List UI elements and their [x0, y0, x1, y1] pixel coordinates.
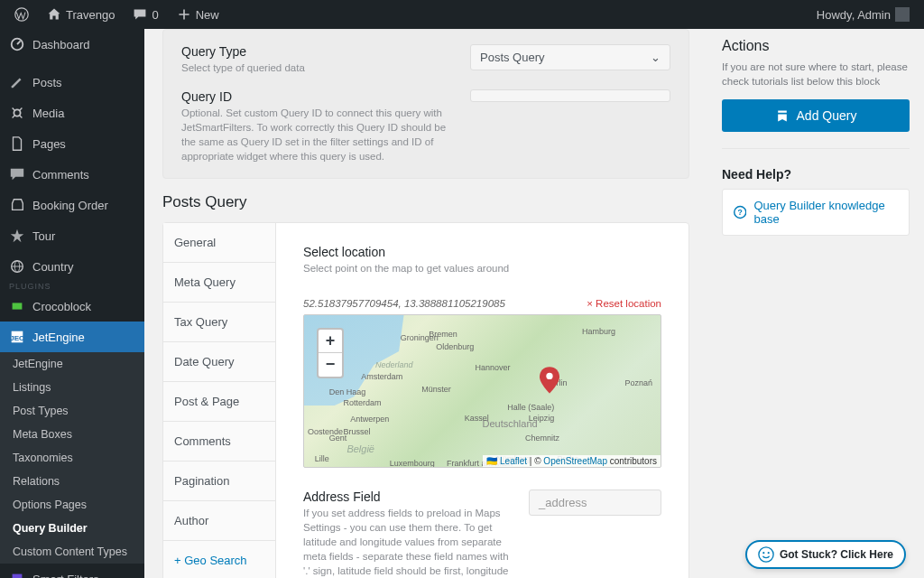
address-desc: If you set address fields to preload in …	[303, 506, 511, 578]
query-type-label: Query Type	[181, 44, 452, 59]
query-type-desc: Select type of queried data	[181, 61, 452, 75]
help-bubble[interactable]: Got Stuck? Click Here	[745, 540, 906, 569]
avatar	[895, 7, 910, 22]
osm-link[interactable]: OpenStreetMap	[543, 456, 607, 466]
nav-posts[interactable]: Posts	[0, 67, 144, 98]
svg-point-13	[546, 372, 552, 378]
sub-query-builder[interactable]: Query Builder	[0, 517, 144, 540]
add-query-button[interactable]: Add Query	[722, 99, 910, 132]
sub-post-types[interactable]: Post Types	[0, 399, 144, 423]
nav-pages[interactable]: Pages	[0, 128, 144, 159]
sub-meta-boxes[interactable]: Meta Boxes	[0, 423, 144, 446]
wp-logo[interactable]	[7, 0, 36, 29]
nav-comments[interactable]: Comments	[0, 159, 144, 190]
query-type-select[interactable]: Posts Query⌄	[470, 44, 670, 70]
nav-media[interactable]: Media	[0, 98, 144, 128]
actions-title: Actions	[722, 38, 910, 54]
query-id-input[interactable]	[470, 89, 670, 102]
tab-general[interactable]: General	[163, 223, 275, 263]
tab-tax-query[interactable]: Tax Query	[163, 303, 275, 342]
tab-author[interactable]: Author	[163, 501, 275, 541]
nav-smart-filters[interactable]: Smart Filters	[0, 564, 144, 578]
query-id-desc: Optional. Set custom Query ID to connect…	[181, 106, 452, 163]
svg-point-18	[768, 552, 770, 554]
svg-point-17	[762, 552, 764, 554]
zoom-out[interactable]: −	[319, 353, 342, 377]
query-id-label: Query ID	[181, 89, 452, 104]
howdy-user[interactable]: Howdy, Admin	[809, 0, 917, 29]
map-attribution: 🇺🇦 Leaflet | © OpenStreetMap contributor…	[483, 455, 661, 467]
sub-custom-content[interactable]: Custom Content Types	[0, 540, 144, 564]
reset-location[interactable]: × Reset location	[587, 298, 661, 309]
chevron-down-icon: ⌄	[651, 51, 661, 64]
tab-geo-search[interactable]: + Geo Search	[163, 541, 275, 578]
location-label: Select location	[303, 245, 661, 259]
comments-count[interactable]: 0	[125, 0, 165, 29]
location-desc: Select point on the map to get values ar…	[303, 261, 661, 275]
admin-topbar: Travengo 0 New Howdy, Admin	[0, 0, 924, 29]
sub-relations[interactable]: Relations	[0, 470, 144, 493]
svg-rect-7	[13, 574, 23, 578]
sub-taxonomies[interactable]: Taxonomies	[0, 446, 144, 470]
map-container[interactable]: Hamburg Berlin Leipzig Frankfurt am Main…	[303, 314, 661, 468]
query-top-settings: Query Type Select type of queried data P…	[162, 29, 689, 179]
panel-tabs: General Meta Query Tax Query Date Query …	[163, 223, 276, 578]
coordinates-text: 52.51837957709454, 13.388881105219085	[303, 298, 505, 309]
map-pin-icon	[540, 367, 559, 396]
smiley-icon	[758, 546, 774, 563]
leaflet-link[interactable]: Leaflet	[500, 456, 527, 466]
nav-crocoblock[interactable]: Crocoblock	[0, 291, 144, 322]
zoom-in[interactable]: +	[319, 330, 342, 353]
tab-post-page[interactable]: Post & Page	[163, 382, 275, 422]
svg-text:JEC: JEC	[10, 334, 24, 342]
tab-comments[interactable]: Comments	[163, 422, 275, 461]
sub-listings[interactable]: Listings	[0, 376, 144, 399]
right-sidebar: Actions If you are not sure where to sta…	[707, 29, 924, 578]
question-icon: ?	[734, 205, 746, 219]
nav-jetengine[interactable]: JECJetEngine	[0, 322, 144, 352]
nav-booking[interactable]: Booking Order	[0, 190, 144, 220]
svg-point-16	[759, 547, 773, 562]
address-label: Address Field	[303, 489, 511, 504]
sub-jetengine[interactable]: JetEngine	[0, 352, 144, 376]
panel-body: Select location Select point on the map …	[276, 223, 688, 578]
need-help-title: Need Help?	[722, 167, 910, 182]
svg-point-2	[14, 109, 20, 116]
admin-sidebar: Dashboard Posts Media Pages Comments Boo…	[0, 29, 144, 578]
nav-tour[interactable]: Tour	[0, 220, 144, 251]
new-content[interactable]: New	[170, 0, 226, 29]
main-content: Query Type Select type of queried data P…	[144, 29, 707, 578]
nav-country[interactable]: Country	[0, 251, 144, 282]
site-home[interactable]: Travengo	[40, 0, 122, 29]
tab-date-query[interactable]: Date Query	[163, 342, 275, 382]
tab-pagination[interactable]: Pagination	[163, 461, 275, 501]
jetengine-submenu: JetEngine Listings Post Types Meta Boxes…	[0, 352, 144, 564]
kb-link[interactable]: Query Builder knowledge base	[753, 199, 898, 226]
nav-dashboard[interactable]: Dashboard	[0, 29, 144, 60]
plugins-tag: Plugins	[0, 282, 144, 291]
section-title: Posts Query	[162, 193, 689, 211]
sub-options[interactable]: Options Pages	[0, 493, 144, 517]
map-zoom: + −	[317, 328, 344, 378]
tab-meta-query[interactable]: Meta Query	[163, 263, 275, 303]
actions-desc: If you are not sure where to start, plea…	[722, 60, 910, 89]
address-input[interactable]: _address	[529, 489, 661, 516]
kb-box[interactable]: ? Query Builder knowledge base	[722, 189, 910, 236]
svg-text:?: ?	[738, 208, 743, 217]
